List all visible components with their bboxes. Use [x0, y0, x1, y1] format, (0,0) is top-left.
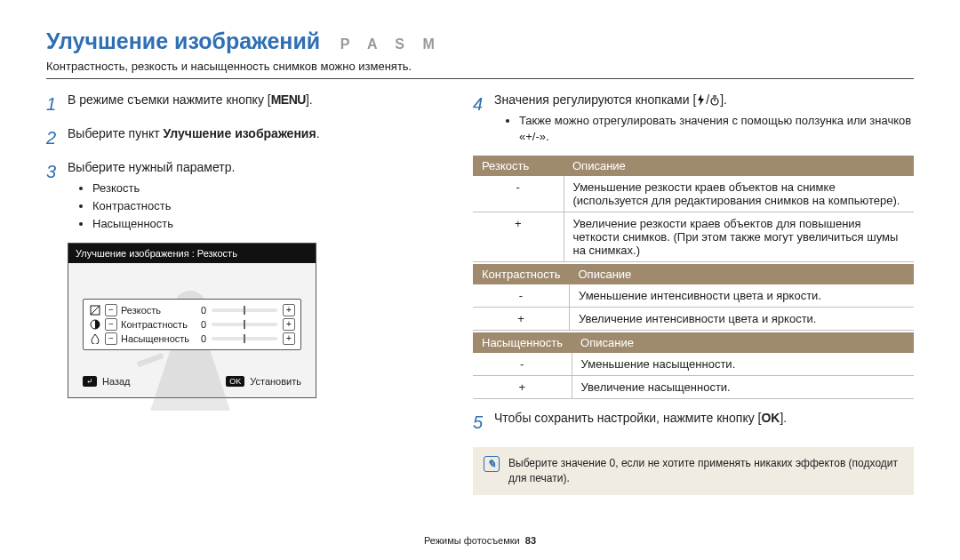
lcd-header: Улучшение изображения : Резкость [68, 244, 316, 263]
step-text: В режиме съемки нажмите кнопку [ [68, 92, 271, 107]
left-column: 1 В режиме съемки нажмите кнопку [MENU].… [46, 92, 437, 495]
ok-keycap: OK [226, 376, 244, 387]
lcd-row-label: Контрастность [121, 319, 190, 330]
table-row: -Уменьшение резкости краев объектов на с… [473, 176, 914, 212]
table-contrast: КонтрастностьОписание -Уменьшение интенс… [473, 264, 914, 331]
camera-lcd: Улучшение изображения : Резкость − Резко… [68, 243, 316, 398]
plus-button[interactable]: + [283, 304, 295, 316]
minus-button[interactable]: − [105, 318, 117, 331]
step-text: ]. [306, 92, 313, 107]
contrast-icon [89, 318, 101, 331]
sharpness-icon [89, 304, 101, 316]
step-text: . [316, 126, 320, 140]
step-text: ]. [720, 92, 727, 107]
ok-label: Установить [250, 376, 301, 387]
lcd-row-sharpness: − Резкость 0 + [84, 303, 300, 317]
step-text: Значения регулируются кнопками [ [494, 92, 696, 107]
back-label: Назад [102, 376, 131, 387]
step-number: 1 [46, 92, 68, 116]
slider[interactable] [212, 323, 277, 326]
lcd-panel: − Резкость 0 + − Контрастность 0 + [83, 299, 301, 350]
table-row: -Уменьшение интенсивности цвета и яркост… [473, 284, 914, 308]
minus-button[interactable]: − [105, 332, 117, 345]
table-header: Резкость [473, 156, 564, 176]
page-subtitle: Контрастность, резкость и насыщенность с… [46, 60, 914, 73]
table-row: -Уменьшение насыщенности. [473, 353, 914, 376]
step-text: Выберите пункт [68, 126, 163, 140]
timer-icon [709, 92, 720, 107]
lcd-row-value: 0 [194, 319, 206, 330]
list-item: Резкость [92, 180, 235, 196]
table-sharpness: РезкостьОписание -Уменьшение резкости кр… [473, 156, 914, 262]
lcd-row-label: Резкость [121, 305, 190, 316]
table-saturation: НасыщенностьОписание -Уменьшение насыщен… [473, 332, 914, 399]
step-bold: Улучшение изображения [163, 126, 316, 140]
right-column: 4 Значения регулируются кнопками [/]. Та… [473, 92, 914, 495]
table-row: +Увеличение насыщенности. [473, 375, 914, 398]
divider [46, 78, 914, 79]
info-icon: ✎ [484, 456, 500, 472]
table-header: Контрастность [473, 264, 570, 284]
step-text: Чтобы сохранить настройки, нажмите кнопк… [494, 411, 761, 425]
minus-button[interactable]: − [105, 304, 117, 316]
slider[interactable] [212, 337, 277, 340]
page-footer: Режимы фотосъемки 83 [0, 535, 960, 546]
lcd-row-value: 0 [194, 305, 206, 316]
slider[interactable] [212, 308, 277, 312]
menu-icon: MENU [271, 92, 306, 107]
note-box: ✎ Выберите значение 0, если не хотите пр… [473, 447, 914, 495]
lcd-row-label: Насыщенность [121, 333, 190, 344]
step-number: 4 [473, 92, 494, 147]
flash-icon [696, 92, 706, 107]
note-text: Выберите значение 0, если не хотите прим… [508, 456, 903, 486]
step-text: Выберите нужный параметр. [68, 160, 235, 174]
step-number: 5 [473, 410, 494, 435]
plus-button[interactable]: + [283, 318, 295, 331]
table-row: +Увеличение интенсивности цвета и яркост… [473, 307, 914, 330]
table-header: Насыщенность [473, 332, 572, 353]
step-number: 3 [46, 159, 68, 234]
svg-rect-1 [137, 353, 164, 367]
table-header: Описание [572, 332, 914, 353]
page-title: Улучшение изображений [46, 28, 320, 53]
lcd-row-contrast: − Контрастность 0 + [84, 317, 300, 332]
list-item: Насыщенность [92, 216, 235, 232]
table-row: +Увеличение резкости краев объектов для … [473, 212, 914, 261]
plus-button[interactable]: + [283, 332, 295, 345]
ok-icon: OK [761, 411, 780, 425]
table-header: Описание [564, 156, 914, 176]
list-item: Также можно отрегулировать значения с по… [519, 113, 914, 145]
saturation-icon [89, 332, 101, 345]
list-item: Контрастность [92, 198, 235, 214]
step-text: ]. [780, 411, 787, 425]
mode-letters: P A S M [340, 36, 442, 52]
back-keycap: ⤶ [83, 376, 97, 387]
step-number: 2 [46, 125, 68, 150]
table-header: Описание [570, 264, 915, 284]
lcd-row-saturation: − Насыщенность 0 + [84, 332, 300, 346]
lcd-row-value: 0 [194, 333, 206, 344]
